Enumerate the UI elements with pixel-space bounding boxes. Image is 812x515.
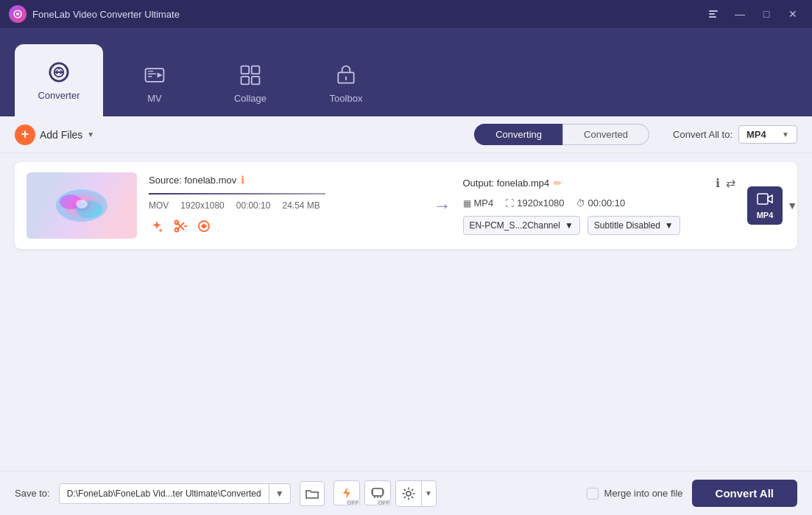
add-files-chevron-icon: ▼ xyxy=(87,130,94,139)
tab-converted[interactable]: Converted xyxy=(562,124,649,145)
file-meta: MOV 1920x1080 00:00:10 24.54 MB xyxy=(149,200,422,211)
output-resolution-spec: ⛶ 1920x1080 xyxy=(505,197,564,209)
convert-all-button[interactable]: Convert All xyxy=(692,480,797,507)
add-files-label: Add Files xyxy=(40,129,82,141)
svg-rect-10 xyxy=(241,76,250,84)
subtitle-chevron-icon: ▼ xyxy=(665,220,674,231)
file-size: 24.54 MB xyxy=(282,200,319,211)
save-path-text: D:\FoneLab\FoneLab Vid...ter Ultimate\Co… xyxy=(60,484,269,503)
format-badge-main: MP4 xyxy=(747,186,783,225)
output-info-button[interactable]: ℹ xyxy=(716,176,720,190)
file-output-info: Output: fonelab.mp4 ✏ ℹ ⇄ ▦ MP4 ⛶ xyxy=(463,176,736,235)
file-duration: 00:00:10 xyxy=(236,200,271,211)
main-content: + Add Files ▼ Converting Converted Conve… xyxy=(0,116,812,515)
merge-checkbox[interactable] xyxy=(587,488,599,500)
svg-point-31 xyxy=(406,491,411,496)
format-selector[interactable]: MP4 ▼ xyxy=(738,125,797,144)
tab-mv-label: MV xyxy=(147,93,162,104)
svg-rect-9 xyxy=(252,66,260,74)
info-icon[interactable]: ℹ xyxy=(241,174,244,186)
caption-button[interactable] xyxy=(703,4,724,24)
add-files-button[interactable]: + Add Files ▼ xyxy=(15,125,94,145)
save-path-chevron-icon[interactable]: ▼ xyxy=(269,484,290,503)
svg-rect-8 xyxy=(241,66,250,74)
tab-converting[interactable]: Converting xyxy=(474,124,562,145)
merge-section: Merge into one file xyxy=(587,488,683,500)
output-header-actions: ℹ ⇄ xyxy=(716,176,735,190)
svg-rect-11 xyxy=(252,76,260,84)
tab-toolbox-label: Toolbox xyxy=(330,93,363,104)
output-specs: ▦ MP4 ⛶ 1920x1080 ⏱ 00:00:10 xyxy=(463,197,736,209)
converting-converted-tabs: Converting Converted xyxy=(474,124,649,145)
add-files-icon: + xyxy=(15,125,35,145)
svg-rect-3 xyxy=(709,13,715,15)
file-item: Source: fonelab.mov ℹ MOV 1920x1080 00:0… xyxy=(15,162,797,249)
trim-button[interactable] xyxy=(172,218,188,237)
tab-converter[interactable]: Converter xyxy=(15,44,103,116)
close-button[interactable]: ✕ xyxy=(783,4,803,24)
svg-point-1 xyxy=(16,13,19,15)
format-icon: ▦ xyxy=(463,198,471,209)
accel-off-badge: OFF xyxy=(346,500,361,506)
file-format: MOV xyxy=(149,200,169,211)
title-bar: FoneLab Video Converter Ultimate — □ ✕ xyxy=(0,0,812,28)
audio-track-dropdown[interactable]: EN-PCM_S...2Channel ▼ xyxy=(463,216,580,235)
format-badge-expand-button[interactable]: ▼ xyxy=(787,200,797,211)
output-settings-button[interactable]: ⇄ xyxy=(726,176,735,190)
edit-filename-icon[interactable]: ✏ xyxy=(554,178,562,189)
svg-rect-2 xyxy=(709,10,718,12)
output-dropdowns: EN-PCM_S...2Channel ▼ Subtitle Disabled … xyxy=(463,216,736,235)
hardware-accel-button[interactable]: OFF xyxy=(333,480,360,505)
tab-collage-label: Collage xyxy=(234,93,266,104)
svg-rect-22 xyxy=(758,194,768,204)
open-folder-button[interactable] xyxy=(300,481,325,506)
tab-mv[interactable]: MV xyxy=(110,50,199,116)
settings-dropdown[interactable]: ▼ xyxy=(395,480,437,507)
app-title: FoneLab Video Converter Ultimate xyxy=(32,9,703,20)
file-actions xyxy=(149,218,422,237)
source-label: Source: fonelab.mov ℹ xyxy=(149,174,422,186)
output-duration-spec: ⏱ 00:00:10 xyxy=(576,197,626,209)
format-badge: MP4 ▼ xyxy=(747,186,785,225)
svg-point-17 xyxy=(76,200,88,209)
format-chevron-icon: ▼ xyxy=(782,130,789,139)
output-label: Output: fonelab.mp4 ✏ xyxy=(463,178,562,189)
bottom-tools: OFF OFF xyxy=(333,480,437,507)
source-divider xyxy=(149,193,325,195)
subtitle-dropdown[interactable]: Subtitle Disabled ▼ xyxy=(587,216,680,235)
maximize-button[interactable]: □ xyxy=(756,4,777,24)
bottom-bar: Save to: D:\FoneLab\FoneLab Vid...ter Ul… xyxy=(0,471,812,515)
gpu-accel-button[interactable]: OFF xyxy=(364,480,391,505)
convert-arrow-icon: → xyxy=(434,195,451,216)
window-controls: — □ ✕ xyxy=(703,4,803,24)
selected-format: MP4 xyxy=(746,129,766,140)
output-header: Output: fonelab.mp4 ✏ ℹ ⇄ xyxy=(463,176,736,190)
svg-rect-23 xyxy=(373,488,383,496)
file-list: Source: fonelab.mov ℹ MOV 1920x1080 00:0… xyxy=(0,153,812,471)
tab-toolbox[interactable]: Toolbox xyxy=(302,50,390,116)
tab-converter-label: Converter xyxy=(38,90,80,101)
file-resolution: 1920x1080 xyxy=(180,200,224,211)
output-format-spec: ▦ MP4 xyxy=(463,197,494,209)
gear-icon xyxy=(396,481,421,506)
save-path-selector: D:\FoneLab\FoneLab Vid...ter Ultimate\Co… xyxy=(59,483,291,504)
audio-track-chevron-icon: ▼ xyxy=(565,220,573,231)
gpu-off-badge: OFF xyxy=(377,500,392,506)
effect-button[interactable] xyxy=(196,218,212,237)
save-to-label: Save to: xyxy=(15,488,50,499)
resolution-icon: ⛶ xyxy=(505,198,514,209)
file-thumbnail xyxy=(27,172,137,239)
minimize-button[interactable]: — xyxy=(730,4,750,24)
app-logo xyxy=(9,5,27,23)
tab-collage[interactable]: Collage xyxy=(206,50,294,116)
convert-all-to-label: Convert All to: xyxy=(673,129,732,140)
tab-bar: Converter MV Collage Toolbox xyxy=(0,28,812,116)
convert-all-to-section: Convert All to: MP4 ▼ xyxy=(673,125,797,144)
enhance-button[interactable] xyxy=(149,218,165,237)
mp4-badge-icon xyxy=(757,192,773,209)
svg-rect-4 xyxy=(709,16,716,18)
file-source-info: Source: fonelab.mov ℹ MOV 1920x1080 00:0… xyxy=(149,174,422,237)
merge-label: Merge into one file xyxy=(604,488,683,499)
settings-chevron-icon: ▼ xyxy=(421,481,436,506)
clock-icon: ⏱ xyxy=(576,198,585,209)
